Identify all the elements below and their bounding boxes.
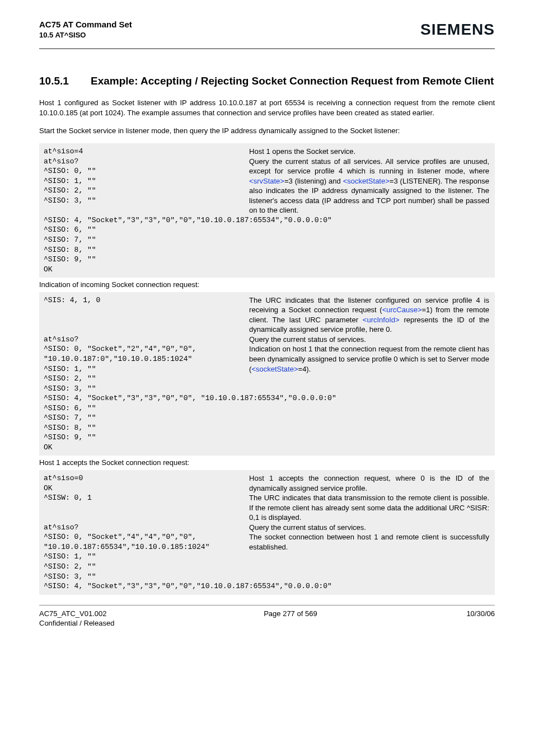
code-right: Indication on host 1 that the connection… [249,344,490,374]
code-left: at^siso=0 OK [44,473,249,493]
code-right: The URC indicates that data transmission… [249,493,490,523]
header-left: AC75 AT Command Set 10.5 AT^SISO [39,19,132,40]
code-right: The URC indicates that the listener conf… [249,295,490,335]
intro-paragraph-2: Start the Socket service in listener mod… [39,126,495,136]
footer-version: AC75_ATC_V01.002 [39,609,114,619]
intro-paragraph-1: Host 1 configured as Socket listener wit… [39,98,495,118]
code-block-2: ^SIS: 4, 1, 0 The URC indicates that the… [39,292,495,456]
footer-page: Page 277 of 569 [264,609,317,628]
code-right: Host 1 accepts the connection request, w… [249,473,490,493]
footer-divider [39,605,495,605]
section-title: Example: Accepting / Rejecting Socket Co… [91,74,494,88]
code-left: ^SISW: 0, 1 [44,493,249,503]
code-block-3: at^siso=0 OK Host 1 accepts the connecti… [39,470,495,595]
brand-logo: SIEMENS [420,19,495,40]
code-left: ^SIS: 4, 1, 0 [44,295,249,306]
code-left: at^siso? [44,523,249,533]
code-left: ^SISO: 0, "Socket","4","4","0","0", "10.… [44,532,249,552]
code-block-1: at^siso=4 Host 1 opens the Socket servic… [39,143,495,278]
param-link[interactable]: <socketState> [251,365,298,373]
code-tail: ^SISO: 4, "Socket","3","3","0","0","10.1… [44,215,490,274]
narrative-2: Host 1 accepts the Socket connection req… [39,458,495,468]
code-right: Query the current status of services. [249,523,490,533]
text: =4). [298,365,311,373]
code-right: Query the current status of all services… [249,157,490,215]
section-heading: 10.5.1 Example: Accepting / Rejecting So… [39,74,495,88]
param-link[interactable]: <srvState> [249,177,284,185]
footer-confidential: Confidential / Released [39,618,114,628]
code-tail: ^SISO: 1, "" ^SISO: 2, "" ^SISO: 3, "" ^… [44,552,490,591]
header-divider [39,48,495,49]
code-left: at^siso? ^SISO: 0, "" ^SISO: 1, "" ^SISO… [44,157,249,206]
text: Query the current status of all services… [249,157,489,176]
code-right: The socket connection between host 1 and… [249,532,490,552]
code-right: Query the current status of services. [249,335,490,345]
page-footer: AC75_ATC_V01.002 Confidential / Released… [39,609,495,628]
section-ref: 10.5 AT^SISO [39,30,132,40]
param-link[interactable]: <urcInfoId> [363,316,400,324]
param-link[interactable]: <urcCause> [382,306,422,314]
code-left: at^siso? [44,335,249,345]
param-link[interactable]: <socketState> [343,177,390,185]
section-number: 10.5.1 [39,74,91,88]
page-header: AC75 AT Command Set 10.5 AT^SISO SIEMENS [39,19,495,46]
code-right: Host 1 opens the Socket service. [249,147,490,157]
code-tail: ^SISO: 3, "" ^SISO: 4, "Socket","3","3",… [44,384,490,453]
text: =3 (listening) and [284,177,343,185]
footer-date: 10/30/06 [466,609,495,628]
code-left: ^SISO: 0, "Socket","2","4","0","0", "10.… [44,344,249,383]
doc-title: AC75 AT Command Set [39,19,132,30]
footer-left: AC75_ATC_V01.002 Confidential / Released [39,609,114,628]
code-left: at^siso=4 [44,147,249,157]
narrative-1: Indication of incoming Socket connection… [39,280,495,290]
